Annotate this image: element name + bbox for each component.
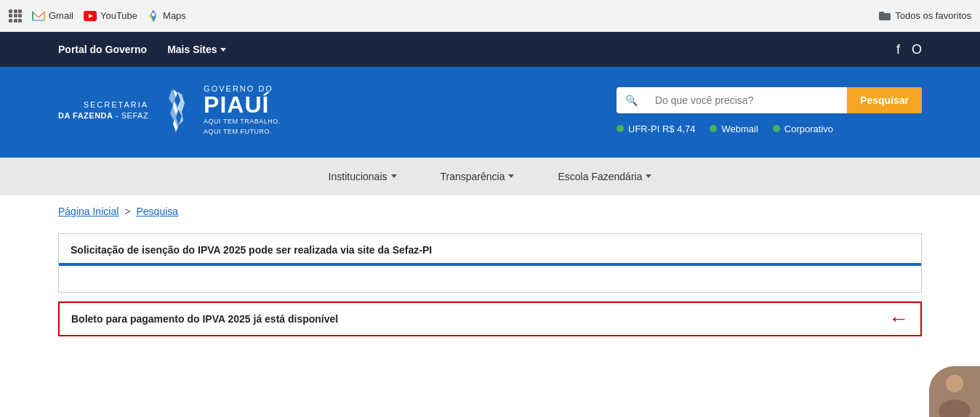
news-item-2[interactable]: Boleto para pagamento do IPVA 2025 já es… bbox=[58, 301, 922, 336]
breadcrumb-home[interactable]: Página Inicial bbox=[58, 206, 119, 217]
search-input[interactable] bbox=[645, 87, 847, 113]
governo-wave-logo bbox=[157, 87, 195, 134]
aqui-futuro: AQUI TEM FUTURO. bbox=[204, 126, 281, 137]
quick-links: UFR-PI R$ 4,74 Webmail Corporativo bbox=[616, 124, 922, 134]
ufr-label: UFR-PI R$ 4,74 bbox=[628, 124, 695, 134]
folder-icon bbox=[879, 11, 891, 20]
social-links: f O bbox=[896, 42, 922, 57]
favorites-label: Todos os favoritos bbox=[895, 10, 971, 21]
escola-label: Escola Fazendária bbox=[558, 171, 642, 182]
nav-escola-fazendaria[interactable]: Escola Fazendária bbox=[558, 171, 651, 182]
breadcrumb-current[interactable]: Pesquisa bbox=[136, 206, 178, 217]
gmail-app[interactable]: Gmail bbox=[32, 10, 73, 21]
webmail-label: Webmail bbox=[721, 124, 758, 134]
secretaria-text: SECRETARIA DA FAZENDA - SEFAZ bbox=[58, 100, 148, 122]
news-item-1-header: Solicitação de isenção do IPVA 2025 pode… bbox=[59, 234, 921, 266]
secretaria-line1: SECRETARIA bbox=[58, 100, 148, 110]
nav-institucionais[interactable]: Institucionais bbox=[329, 171, 397, 182]
news-item-1-title: Solicitação de isenção do IPVA 2025 pode… bbox=[71, 244, 909, 256]
svg-point-5 bbox=[152, 12, 156, 16]
gmail-icon bbox=[32, 11, 45, 21]
browser-apps: Gmail YouTube Maps bbox=[9, 9, 186, 23]
app-grid-icon[interactable] bbox=[9, 9, 22, 23]
search-icon: 🔍 bbox=[616, 87, 645, 113]
maps-label: Maps bbox=[163, 10, 186, 21]
transparencia-label: Transparência bbox=[441, 171, 505, 182]
maps-icon bbox=[148, 10, 159, 22]
piaui-label: PIAUÍ bbox=[204, 93, 281, 116]
secondary-navigation: Institucionais Transparência Escola Faze… bbox=[0, 158, 980, 195]
secretaria-line2: DA FAZENDA - SEFAZ bbox=[58, 110, 148, 121]
quick-link-ufr[interactable]: UFR-PI R$ 4,74 bbox=[616, 124, 695, 134]
news-arrow-indicator: ← bbox=[877, 303, 920, 335]
red-arrow-icon: ← bbox=[888, 307, 909, 331]
youtube-icon bbox=[84, 11, 97, 21]
webmail-status-dot bbox=[710, 125, 717, 132]
top-nav-left: Portal do Governo Mais Sites bbox=[58, 44, 226, 55]
ufr-status-dot bbox=[616, 125, 624, 132]
youtube-label: YouTube bbox=[100, 10, 137, 21]
corporativo-status-dot bbox=[773, 125, 780, 132]
corporativo-label: Corporativo bbox=[784, 124, 833, 134]
mais-sites-chevron-icon bbox=[220, 48, 226, 52]
news-item-2-content: Boleto para pagamento do IPVA 2025 já es… bbox=[60, 303, 877, 335]
governo-piaui-text: GOVERNO DO PIAUÍ AQUI TEM TRABALHO. AQUI… bbox=[204, 84, 281, 137]
nav-transparencia[interactable]: Transparência bbox=[441, 171, 515, 182]
news-item-1-excerpt bbox=[59, 266, 921, 292]
search-area: 🔍 Pesquisar UFR-PI R$ 4,74 Webmail Corpo… bbox=[616, 87, 922, 134]
transparencia-chevron-icon bbox=[508, 174, 514, 178]
aqui-trabalho: AQUI TEM TRABALHO. bbox=[204, 116, 281, 126]
escola-chevron-icon bbox=[646, 174, 651, 178]
news-item-1[interactable]: Solicitação de isenção do IPVA 2025 pode… bbox=[58, 233, 922, 293]
mais-sites-menu[interactable]: Mais Sites bbox=[167, 44, 225, 55]
quick-link-webmail[interactable]: Webmail bbox=[710, 124, 758, 134]
content-area: Solicitação de isenção do IPVA 2025 pode… bbox=[0, 227, 980, 360]
search-button[interactable]: Pesquisar bbox=[847, 87, 922, 113]
portal-governo-link[interactable]: Portal do Governo bbox=[58, 44, 147, 55]
institucionais-chevron-icon bbox=[391, 174, 397, 178]
facebook-icon[interactable]: f bbox=[896, 42, 900, 57]
breadcrumb: Página Inicial > Pesquisa bbox=[0, 195, 980, 227]
browser-favorites[interactable]: Todos os favoritos bbox=[879, 10, 971, 21]
header-section: SECRETARIA DA FAZENDA - SEFAZ GOVERNO DO… bbox=[0, 67, 980, 158]
institucionais-label: Institucionais bbox=[329, 171, 387, 182]
breadcrumb-separator: > bbox=[124, 206, 130, 217]
news-item-2-title: Boleto para pagamento do IPVA 2025 já es… bbox=[71, 313, 865, 325]
instagram-icon[interactable]: O bbox=[912, 42, 922, 57]
top-navigation: Portal do Governo Mais Sites f O bbox=[0, 32, 980, 67]
search-bar: 🔍 Pesquisar bbox=[616, 87, 922, 113]
browser-toolbar: Gmail YouTube Maps Todos os favoritos bbox=[0, 0, 980, 32]
maps-app[interactable]: Maps bbox=[148, 10, 186, 22]
quick-link-corporativo[interactable]: Corporativo bbox=[773, 124, 833, 134]
logo-area: SECRETARIA DA FAZENDA - SEFAZ GOVERNO DO… bbox=[58, 84, 281, 137]
youtube-app[interactable]: YouTube bbox=[84, 10, 137, 21]
mais-sites-label: Mais Sites bbox=[167, 44, 217, 55]
gmail-label: Gmail bbox=[49, 10, 73, 21]
